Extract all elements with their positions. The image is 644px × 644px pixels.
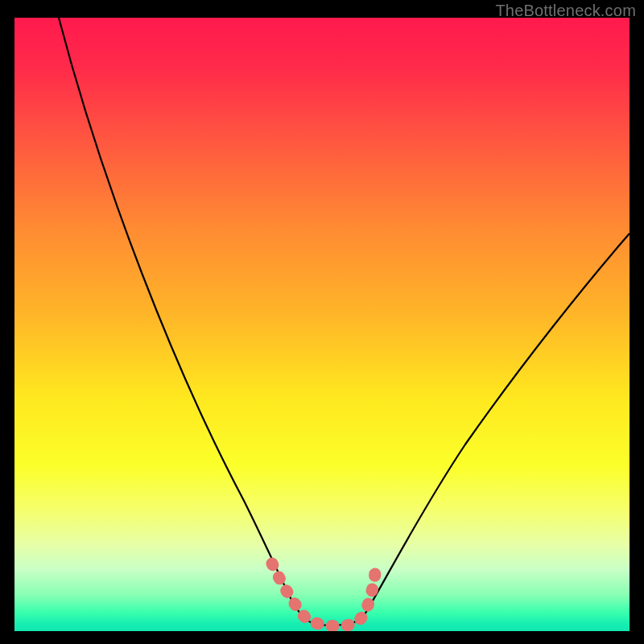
curve-right-branch bbox=[362, 233, 630, 618]
optimal-band-marker bbox=[272, 564, 375, 626]
watermark-text: TheBottleneck.com bbox=[495, 2, 636, 20]
bottleneck-curve bbox=[14, 18, 630, 631]
curve-left-branch bbox=[59, 18, 303, 617]
chart-plot-area bbox=[14, 18, 630, 631]
